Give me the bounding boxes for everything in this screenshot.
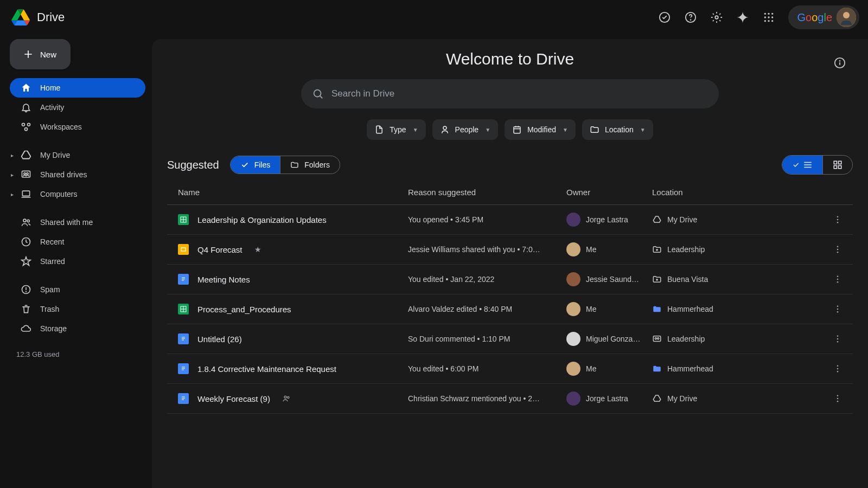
sidebar-item-label: Shared drives	[40, 170, 87, 179]
svg-rect-21	[22, 191, 29, 196]
more-actions-button[interactable]	[827, 215, 848, 224]
sidebar-item-storage[interactable]: Storage	[10, 319, 145, 338]
table-row[interactable]: Weekly Forecast (9)Christian Schwarz men…	[167, 384, 853, 414]
table-row[interactable]: Process_and_ProceduresAlvaro Valdez edit…	[167, 294, 853, 324]
logo-area[interactable]: Drive	[9, 5, 161, 29]
expand-icon[interactable]: ▸	[11, 172, 14, 178]
svg-point-41	[656, 249, 658, 251]
toggle-files[interactable]: Files	[231, 156, 280, 174]
svg-rect-40	[181, 248, 186, 251]
table-row[interactable]: Untitled (26)So Duri commented • 1:10 PM…	[167, 324, 853, 354]
owner-avatar	[566, 332, 580, 346]
svg-point-63	[288, 396, 289, 398]
location-icon	[652, 245, 662, 254]
chevron-down-icon: ▼	[563, 127, 568, 133]
sidebar-item-recent[interactable]: Recent	[10, 232, 145, 252]
location-cell[interactable]: Leadership	[652, 334, 827, 344]
svg-point-19	[24, 173, 25, 175]
help-icon[interactable]	[680, 7, 701, 28]
svg-point-61	[837, 371, 839, 373]
sidebar-item-trash[interactable]: Trash	[10, 299, 145, 319]
svg-point-51	[837, 309, 839, 310]
home-icon	[21, 82, 31, 93]
more-actions-button[interactable]	[827, 304, 848, 314]
info-icon[interactable]	[829, 52, 851, 74]
file-icon	[374, 125, 384, 134]
drive-outline-icon	[21, 150, 31, 160]
table-row[interactable]: Leadership & Organization UpdatesYou ope…	[167, 205, 853, 235]
col-header-location[interactable]: Location	[652, 188, 827, 197]
more-actions-button[interactable]	[827, 364, 848, 374]
more-actions-button[interactable]	[827, 274, 848, 284]
toggle-folders[interactable]: Folders	[280, 156, 340, 174]
search-bar[interactable]	[301, 79, 719, 108]
owner-cell: Me	[566, 302, 652, 316]
location-cell[interactable]: Hammerhead	[652, 304, 827, 314]
sidebar-item-computers[interactable]: ▸Computers	[10, 184, 145, 204]
sidebar-item-label: Storage	[40, 324, 67, 333]
apps-grid-icon[interactable]	[758, 7, 780, 28]
table-row[interactable]: 1.8.4 Corrective Maintenance RequestYou …	[167, 354, 853, 384]
svg-point-23	[27, 220, 29, 222]
drive-logo-icon	[9, 5, 33, 29]
grid-view-button[interactable]	[822, 156, 852, 174]
location-icon	[652, 394, 662, 403]
search-input[interactable]	[331, 88, 708, 99]
suggested-label: Suggested	[167, 159, 219, 171]
sidebar-item-shared-with-me[interactable]: Shared with me	[10, 213, 145, 232]
table-row[interactable]: Meeting NotesYou edited • Jan 22, 2022Je…	[167, 265, 853, 294]
offline-ready-icon[interactable]	[654, 7, 675, 28]
sidebar-item-workspaces[interactable]: Workspaces	[10, 117, 145, 137]
location-name: Leadership	[667, 245, 705, 254]
col-header-name[interactable]: Name	[171, 188, 408, 197]
sidebar-item-shared-drives[interactable]: ▸Shared drives	[10, 165, 145, 184]
svg-point-16	[28, 123, 30, 126]
location-cell[interactable]: My Drive	[652, 394, 827, 403]
more-actions-button[interactable]	[827, 394, 848, 403]
settings-icon[interactable]	[706, 7, 727, 28]
file-type-icon	[178, 304, 189, 314]
svg-point-43	[837, 249, 839, 251]
col-header-owner[interactable]: Owner	[566, 188, 652, 197]
file-name-cell: Leadership & Organization Updates	[171, 214, 408, 225]
new-button[interactable]: New	[10, 39, 71, 69]
sidebar-item-my-drive[interactable]: ▸My Drive	[10, 145, 145, 165]
sidebar-item-home[interactable]: Home	[10, 78, 145, 98]
filter-chip-modified[interactable]: Modified▼	[505, 119, 576, 140]
sidebar-item-starred[interactable]: Starred	[10, 252, 145, 271]
svg-point-44	[837, 252, 839, 253]
expand-icon[interactable]: ▸	[11, 191, 14, 197]
owner-cell: Miguel Gonza…	[566, 332, 652, 346]
svg-point-60	[837, 368, 839, 370]
reason-cell: Alvaro Valdez edited • 8:40 PM	[408, 305, 566, 313]
location-cell[interactable]: Hammerhead	[652, 364, 827, 374]
location-cell[interactable]: Leadership	[652, 245, 827, 254]
sidebar-item-activity[interactable]: Activity	[10, 98, 145, 117]
gemini-icon[interactable]	[732, 7, 754, 28]
more-actions-button[interactable]	[827, 245, 848, 254]
svg-point-4	[764, 13, 766, 15]
star-icon[interactable]: ★	[254, 245, 261, 254]
file-type-icon	[178, 393, 189, 404]
list-view-button[interactable]	[782, 156, 822, 174]
filter-chip-people[interactable]: People▼	[432, 119, 499, 140]
file-name-cell: Meeting Notes	[171, 274, 408, 285]
location-cell[interactable]: My Drive	[652, 215, 827, 224]
location-cell[interactable]: Buena Vista	[652, 274, 827, 284]
files-table: Name Reason suggested Owner Location Lea…	[167, 181, 853, 414]
people-icon	[21, 217, 31, 228]
svg-point-39	[837, 222, 839, 223]
table-row[interactable]: Q4 Forecast★Jessie Williams shared with …	[167, 235, 853, 265]
sidebar-item-spam[interactable]: Spam	[10, 280, 145, 299]
filter-chip-location[interactable]: Location▼	[582, 119, 653, 140]
more-actions-button[interactable]	[827, 334, 848, 344]
col-header-reason[interactable]: Reason suggested	[408, 188, 566, 197]
filter-chip-type[interactable]: Type▼	[367, 119, 425, 140]
file-name: Leadership & Organization Updates	[197, 215, 327, 224]
account-switcher[interactable]: Google	[788, 5, 859, 29]
reason-cell: So Duri commented • 1:10 PM	[408, 335, 566, 343]
svg-point-7	[764, 16, 766, 18]
expand-icon[interactable]: ▸	[11, 152, 14, 158]
svg-point-64	[837, 395, 839, 396]
more-vert-icon	[833, 334, 843, 344]
